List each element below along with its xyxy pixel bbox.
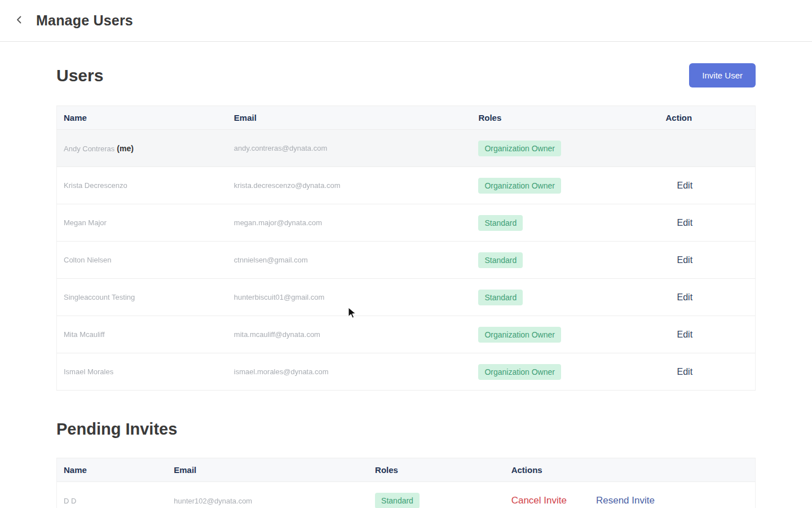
page-title: Manage Users (36, 12, 133, 29)
role-badge: Organization Owner (478, 178, 561, 194)
table-row: D D hunter102@dynata.com Standard Cancel… (57, 482, 756, 508)
chevron-left-icon (15, 15, 24, 27)
pending-invites-table: Name Email Roles Actions D D hunter102@d… (56, 458, 756, 508)
table-row: Krista Decrescenzo krista.decrescenzo@dy… (57, 167, 756, 204)
user-name: Ismael Morales (64, 367, 113, 376)
user-name: Colton Nielsen (64, 256, 112, 264)
users-table: Name Email Roles Action Andy Contreras(m… (56, 106, 756, 391)
column-header-roles: Roles (471, 106, 659, 130)
user-name: Megan Major (64, 218, 107, 227)
column-header-email: Email (167, 458, 368, 482)
invite-actions: Cancel Invite Resend Invite (511, 482, 755, 508)
role-badge: Standard (478, 290, 523, 305)
user-name: Mita Mcauliff (64, 330, 105, 339)
invite-user-button[interactable]: Invite User (689, 63, 756, 87)
user-email: andy.contreras@dynata.com (234, 144, 327, 152)
user-name: Andy Contreras (64, 144, 114, 153)
table-row: Megan Major megan.major@dynata.com Stand… (57, 204, 756, 242)
me-label: (me) (117, 144, 134, 153)
role-badge: Organization Owner (478, 141, 561, 156)
role-badge: Organization Owner (478, 364, 561, 380)
user-email: megan.major@dynata.com (234, 218, 322, 227)
column-header-action: Action (659, 106, 756, 130)
pending-table-header-row: Name Email Roles Actions (57, 458, 756, 482)
users-heading: Users (56, 66, 103, 85)
user-name: Krista Decrescenzo (64, 181, 127, 190)
user-email: mita.mcauliff@dynata.com (234, 330, 320, 339)
table-row: Ismael Morales ismael.morales@dynata.com… (57, 353, 756, 391)
role-badge: Standard (478, 252, 523, 268)
invite-email: hunter102@dynata.com (174, 497, 252, 505)
users-section-header: Users Invite User (56, 63, 756, 87)
column-header-actions: Actions (505, 458, 756, 482)
user-name: Singleaccount Testing (64, 293, 135, 301)
edit-link[interactable]: Edit (666, 181, 693, 190)
edit-link[interactable]: Edit (666, 330, 693, 339)
column-header-name: Name (57, 458, 167, 482)
main-content: Users Invite User Name Email Roles Actio… (0, 63, 812, 508)
pending-invites-heading: Pending Invites (56, 420, 756, 439)
column-header-roles: Roles (368, 458, 505, 482)
role-badge: Standard (478, 215, 523, 231)
user-email: ismael.morales@dynata.com (234, 367, 329, 376)
table-row: Andy Contreras(me) andy.contreras@dynata… (57, 130, 756, 167)
cancel-invite-link[interactable]: Cancel Invite (511, 495, 567, 506)
edit-link[interactable]: Edit (666, 292, 693, 302)
edit-link[interactable]: Edit (666, 255, 693, 265)
edit-link[interactable]: Edit (666, 367, 693, 376)
back-button[interactable] (9, 11, 29, 31)
table-row: Singleaccount Testing hunterbiscuit01@gm… (57, 279, 756, 316)
user-email: ctnnielsen@gmail.com (234, 256, 308, 264)
edit-link[interactable]: Edit (666, 218, 693, 227)
invite-name: D D (64, 497, 76, 505)
user-email: hunterbiscuit01@gmail.com (234, 293, 325, 301)
user-email: krista.decrescenzo@dynata.com (234, 181, 341, 190)
table-row: Mita Mcauliff mita.mcauliff@dynata.com O… (57, 316, 756, 353)
column-header-name: Name (57, 106, 227, 130)
column-header-email: Email (227, 106, 472, 130)
edit-link (666, 143, 677, 153)
role-badge: Organization Owner (478, 327, 561, 343)
resend-invite-link[interactable]: Resend Invite (596, 495, 655, 506)
users-table-header-row: Name Email Roles Action (57, 106, 756, 130)
role-badge: Standard (375, 493, 420, 508)
table-row: Colton Nielsen ctnnielsen@gmail.com Stan… (57, 242, 756, 279)
topbar: Manage Users (0, 0, 812, 42)
